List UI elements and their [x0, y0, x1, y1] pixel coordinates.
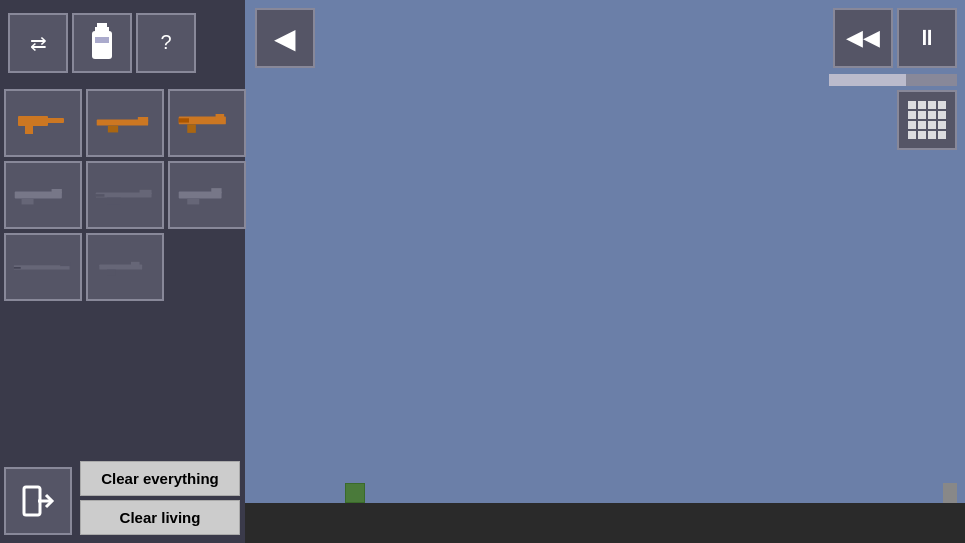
weapon-grid	[0, 85, 245, 305]
weapon6-icon	[177, 180, 237, 210]
weapon-cell-7[interactable]	[4, 233, 82, 301]
item-button[interactable]	[72, 13, 132, 73]
swap-button[interactable]: ⇄	[8, 13, 68, 73]
weapon-cell-5[interactable]	[86, 161, 164, 229]
weapon4-icon	[13, 180, 73, 210]
svg-rect-22	[187, 198, 199, 204]
svg-rect-1	[95, 27, 109, 31]
pause-button[interactable]: ⏸	[897, 8, 957, 68]
svg-rect-25	[60, 263, 70, 266]
svg-rect-16	[52, 189, 62, 193]
top-right-controls: ◀◀ ⏸	[821, 0, 965, 94]
bottle-icon	[87, 23, 117, 63]
player-character	[345, 483, 365, 503]
svg-rect-12	[216, 114, 225, 119]
weapon-cell-smg[interactable]	[168, 89, 246, 157]
svg-rect-29	[131, 262, 140, 266]
weapon5-icon	[95, 180, 155, 210]
sidebar: ⇄ ?	[0, 0, 245, 543]
exit-icon	[20, 483, 56, 519]
svg-rect-8	[108, 126, 118, 133]
svg-rect-18	[107, 198, 121, 205]
svg-rect-30	[24, 487, 40, 515]
svg-rect-28	[107, 270, 116, 276]
smg-icon	[177, 108, 237, 138]
weapon-cell-4[interactable]	[4, 161, 82, 229]
svg-rect-4	[18, 116, 48, 126]
svg-rect-9	[138, 117, 148, 121]
svg-rect-13	[179, 118, 189, 122]
svg-rect-2	[92, 31, 112, 59]
grid-toggle-button[interactable]	[897, 90, 957, 150]
playback-controls: ◀◀ ⏸	[833, 8, 957, 68]
svg-rect-6	[46, 118, 64, 123]
svg-rect-15	[22, 198, 34, 204]
exit-button[interactable]	[4, 467, 72, 535]
ground-strip	[245, 503, 965, 543]
svg-rect-11	[187, 124, 196, 133]
back-button[interactable]: ◀	[255, 8, 315, 68]
clear-living-button[interactable]: Clear living	[80, 500, 240, 535]
progress-bar[interactable]	[829, 74, 957, 86]
svg-rect-19	[140, 190, 152, 194]
clear-everything-button[interactable]: Clear everything	[80, 461, 240, 496]
rifle-icon	[95, 108, 155, 138]
pistol-icon	[13, 108, 73, 138]
npc-figure	[943, 483, 957, 503]
svg-rect-26	[14, 267, 21, 269]
weapon-cell-6[interactable]	[168, 161, 246, 229]
weapon-cell-pistol[interactable]	[4, 89, 82, 157]
help-button[interactable]: ?	[136, 13, 196, 73]
toolbar: ⇄ ?	[0, 0, 245, 85]
weapon-cell-8[interactable]	[86, 233, 164, 301]
context-menu: Clear everything Clear living	[80, 461, 240, 535]
progress-bar-fill	[829, 74, 906, 86]
game-container: ⇄ ?	[0, 0, 965, 543]
weapon-cell-rifle[interactable]	[86, 89, 164, 157]
svg-rect-20	[96, 194, 105, 197]
grid-icon	[908, 101, 946, 139]
weapon7-icon	[13, 252, 73, 282]
rewind-button[interactable]: ◀◀	[833, 8, 893, 68]
weapon8-icon	[95, 252, 155, 282]
svg-rect-3	[95, 37, 109, 43]
svg-rect-23	[211, 188, 221, 193]
svg-rect-5	[25, 126, 33, 134]
